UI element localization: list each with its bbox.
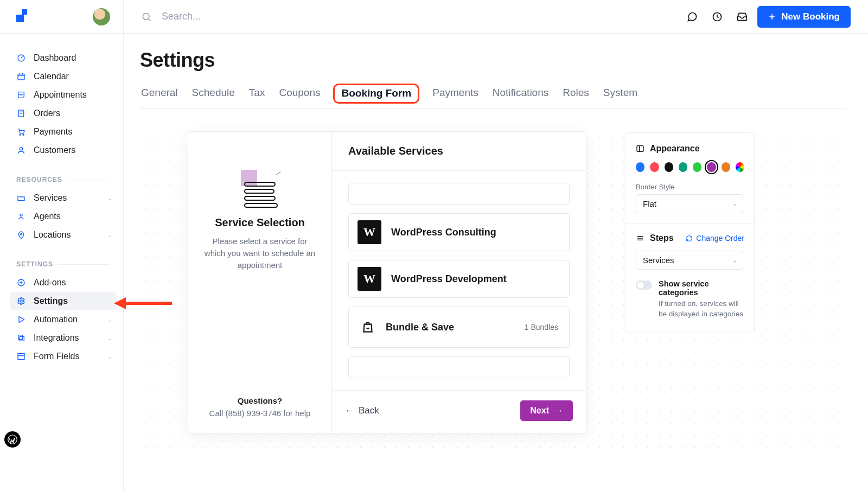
sidebar-item-settings[interactable]: Settings xyxy=(10,292,117,310)
color-swatch[interactable] xyxy=(707,162,716,172)
service-name: WordPress Consulting xyxy=(391,227,560,238)
tab-general[interactable]: General xyxy=(140,84,179,108)
next-button[interactable]: Next → xyxy=(520,400,573,421)
nav-group-title: RESOURCES xyxy=(10,171,117,189)
chevron-down-icon: ⌄ xyxy=(107,195,112,202)
bundle-item[interactable]: Bundle & Save 1 Bundles xyxy=(348,307,570,348)
chevron-down-icon: ⌄ xyxy=(107,335,112,342)
border-style-select[interactable]: Flat ⌄ xyxy=(636,194,744,213)
service-item[interactable]: W WordPress Consulting xyxy=(348,213,570,251)
back-button[interactable]: ← Back xyxy=(345,405,379,416)
toggle-row: Show service categories If turned on, se… xyxy=(636,279,744,320)
chat-icon[interactable] xyxy=(682,7,702,27)
sidebar-item-add-ons[interactable]: Add-ons xyxy=(10,273,117,292)
back-label: Back xyxy=(359,405,379,416)
services-list: W WordPress Consulting W WordPress Devel… xyxy=(332,171,586,390)
svg-rect-6 xyxy=(18,74,24,80)
card-left-desc: Please select a service for which you wa… xyxy=(203,235,316,271)
toggle-label: Show service categories xyxy=(659,279,744,297)
sidebar-item-label: Orders xyxy=(34,109,60,118)
avatar[interactable] xyxy=(93,8,110,25)
search-input[interactable] xyxy=(162,11,379,22)
settings-tabs: GeneralScheduleTaxCouponsBooking FormPay… xyxy=(140,84,846,109)
sidebar-item-customers[interactable]: Customers xyxy=(10,141,117,160)
page-title: Settings xyxy=(140,49,846,72)
nav-group-title: SETTINGS xyxy=(10,256,117,273)
refresh-icon xyxy=(686,235,693,242)
wordpress-badge-icon[interactable] xyxy=(4,431,21,448)
header-main: New Booking xyxy=(124,6,868,28)
tab-notifications[interactable]: Notifications xyxy=(492,84,550,108)
sidebar-item-automation[interactable]: Automation ⌄ xyxy=(10,310,117,329)
chevron-down-icon: ⌄ xyxy=(107,353,112,360)
sidebar: Dashboard Calendar Appointments Orders P… xyxy=(0,34,124,491)
tab-roles[interactable]: Roles xyxy=(561,84,590,108)
new-booking-button[interactable]: New Booking xyxy=(757,6,851,28)
sidebar-item-label: Services xyxy=(34,193,67,203)
next-label: Next xyxy=(530,406,549,416)
service-logo-icon: W xyxy=(358,267,381,291)
search-icon xyxy=(141,11,152,22)
steps-select[interactable]: Services ⌄ xyxy=(636,251,744,270)
sidebar-item-services[interactable]: Services ⌄ xyxy=(10,189,117,207)
color-swatch[interactable] xyxy=(650,162,659,172)
app-logo[interactable] xyxy=(13,9,28,24)
sidebar-item-appointments[interactable]: Appointments xyxy=(10,86,117,104)
cart-icon xyxy=(16,127,26,137)
service-logo-icon: W xyxy=(358,220,381,244)
sidebar-item-form-fields[interactable]: Form Fields ⌄ xyxy=(10,347,117,366)
clock-icon[interactable] xyxy=(707,7,727,27)
inbox-icon[interactable] xyxy=(732,7,752,27)
tab-tax[interactable]: Tax xyxy=(248,84,266,108)
sidebar-item-agents[interactable]: Agents xyxy=(10,207,117,226)
service-item[interactable]: W WordPress Development xyxy=(348,260,570,298)
arrow-right-icon: → xyxy=(554,406,563,416)
layout-icon xyxy=(16,352,26,361)
sidebar-item-locations[interactable]: Locations ⌄ xyxy=(10,226,117,244)
color-swatch[interactable] xyxy=(679,162,687,172)
sidebar-item-orders[interactable]: Orders xyxy=(10,104,117,123)
users-icon xyxy=(16,145,26,155)
sidebar-item-label: Appointments xyxy=(34,90,87,100)
color-swatch[interactable] xyxy=(722,162,730,172)
card-left: ⟋ Service Selection Please select a serv… xyxy=(188,132,332,433)
service-slot-empty[interactable] xyxy=(348,356,570,378)
svg-marker-22 xyxy=(19,317,24,323)
sidebar-item-integrations[interactable]: Integrations ⌄ xyxy=(10,329,117,347)
app-header: New Booking xyxy=(0,0,868,34)
toggle-sublabel: If turned on, services will be displayed… xyxy=(659,299,744,320)
new-booking-label: New Booking xyxy=(781,11,840,22)
border-style-label: Border Style xyxy=(636,183,744,191)
tab-booking-form[interactable]: Booking Form xyxy=(333,84,419,104)
change-order-link[interactable]: Change Order xyxy=(686,234,744,243)
color-swatch[interactable] xyxy=(736,162,744,172)
service-slot-empty[interactable] xyxy=(348,183,570,205)
sidebar-item-dashboard[interactable]: Dashboard xyxy=(10,49,117,67)
form-canvas: ⟋ Service Selection Please select a serv… xyxy=(140,131,846,455)
color-swatch[interactable] xyxy=(636,162,644,172)
appearance-panel: Appearance Border Style Flat ⌄ Steps xyxy=(626,132,755,333)
play-icon xyxy=(16,315,26,324)
tab-system[interactable]: System xyxy=(602,84,639,108)
plus-circle-icon xyxy=(16,278,26,288)
calendar-icon xyxy=(16,72,26,81)
inbox-icon xyxy=(16,90,26,100)
tab-payments[interactable]: Payments xyxy=(431,84,479,108)
service-name: WordPress Development xyxy=(391,273,560,285)
sidebar-item-calendar[interactable]: Calendar xyxy=(10,67,117,86)
help-line: Call (858) 939-3746 for help xyxy=(209,409,311,418)
svg-rect-23 xyxy=(20,336,24,341)
tab-coupons[interactable]: Coupons xyxy=(278,84,321,108)
main-content: Settings GeneralScheduleTaxCouponsBookin… xyxy=(124,34,868,491)
color-swatch[interactable] xyxy=(665,162,673,172)
sidebar-item-label: Add-ons xyxy=(34,278,66,288)
header-left xyxy=(0,0,124,33)
sidebar-item-payments[interactable]: Payments xyxy=(10,123,117,141)
color-swatch[interactable] xyxy=(693,162,701,172)
steps-title-text: Steps xyxy=(650,233,674,243)
chevron-down-icon: ⌄ xyxy=(107,316,112,323)
svg-point-21 xyxy=(20,300,22,302)
sidebar-item-label: Form Fields xyxy=(34,352,79,361)
show-categories-toggle[interactable] xyxy=(636,280,652,290)
tab-schedule[interactable]: Schedule xyxy=(191,84,236,108)
